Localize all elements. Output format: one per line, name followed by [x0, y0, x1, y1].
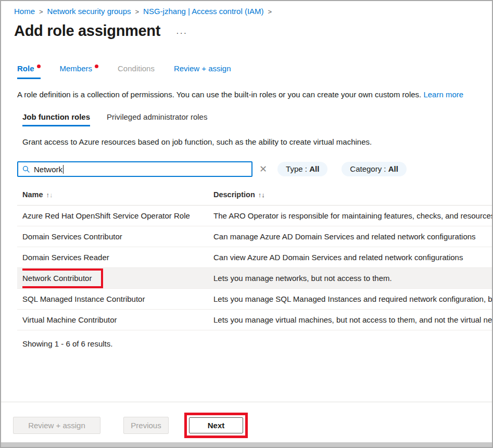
tab-review-assign-label: Review + assign: [174, 64, 231, 73]
tab-privileged-administrator-roles[interactable]: Privileged administrator roles: [107, 112, 207, 126]
role-description: Can manage Azure AD Domain Services and …: [213, 232, 492, 241]
tab-role[interactable]: Role: [17, 64, 41, 79]
table-row-domain-services-reader[interactable]: Domain Services Reader Can view Azure AD…: [17, 247, 492, 268]
learn-more-link[interactable]: Learn more: [423, 90, 463, 99]
tab-job-function-roles[interactable]: Job function roles: [22, 112, 90, 126]
column-header-name[interactable]: Name↑↓: [22, 190, 213, 199]
intro-text: A role definition is a collection of per…: [17, 90, 423, 99]
wizard-tabs: Role Members Conditions Review + assign: [17, 64, 492, 79]
role-definition-intro: A role definition is a collection of per…: [17, 90, 492, 99]
page-title: Add role assignment: [14, 22, 160, 40]
breadcrumb-link-network-security-groups[interactable]: Network security groups: [47, 7, 131, 16]
name-column-label: Name: [22, 190, 43, 199]
text-caret: [63, 165, 64, 174]
filter-type-value: All: [309, 164, 319, 173]
sort-icon: ↑↓: [258, 191, 265, 199]
breadcrumb-separator: >: [135, 8, 140, 16]
table-row-sql-managed-instance-contributor[interactable]: SQL Managed Instance Contributor Lets yo…: [17, 289, 492, 310]
tab-conditions-label: Conditions: [118, 64, 155, 73]
role-name: Azure Red Hat OpenShift Service Operator…: [22, 211, 213, 220]
description-column-label: Description: [213, 190, 255, 199]
required-dot-icon: [37, 65, 41, 68]
tab-review-assign[interactable]: Review + assign: [174, 64, 231, 78]
role-description: Lets you manage networks, but not access…: [213, 274, 492, 283]
breadcrumb-separator: >: [39, 8, 43, 16]
sort-icon: ↑↓: [46, 191, 53, 199]
filter-category-label: Category :: [350, 164, 386, 173]
role-name: SQL Managed Instance Contributor: [22, 295, 213, 303]
role-description: Lets you manage SQL Managed Instances an…: [213, 295, 492, 303]
tab-role-label: Role: [17, 64, 34, 73]
search-input[interactable]: Network: [17, 161, 252, 177]
table-row-azure-red-hat-openshift[interactable]: Azure Red Hat OpenShift Service Operator…: [17, 206, 492, 226]
horizontal-scrollbar[interactable]: [1, 442, 492, 447]
role-name: Network Contributor: [22, 274, 92, 283]
column-header-description[interactable]: Description↑↓: [213, 190, 492, 199]
grant-access-description: Grant access to Azure resources based on…: [22, 137, 492, 146]
filter-category[interactable]: Category : All: [342, 162, 407, 176]
previous-button[interactable]: Previous: [123, 417, 169, 434]
search-value: Network: [34, 165, 62, 174]
red-annotation-box: Next: [184, 413, 248, 438]
breadcrumb-link-nsg-access-control[interactable]: NSG-jzhang | Access control (IAM): [143, 7, 263, 16]
tab-members[interactable]: Members: [60, 64, 99, 78]
results-count: Showing 1 - 6 of 6 results.: [22, 339, 492, 348]
search-icon: [22, 165, 30, 173]
role-name: Virtual Machine Contributor: [22, 315, 213, 324]
role-description: The ARO Operator is responsible for main…: [213, 211, 492, 220]
role-description: Can view Azure AD Domain Services and re…: [213, 253, 492, 262]
role-name: Domain Services Contributor: [22, 232, 213, 241]
next-button[interactable]: Next: [189, 417, 243, 433]
role-type-tabs: Job function roles Privileged administra…: [22, 112, 492, 126]
breadcrumb-link-home[interactable]: Home: [14, 7, 35, 16]
roles-table: Name↑↓ Description↑↓ Azure Red Hat OpenS…: [17, 186, 492, 330]
role-name: Domain Services Reader: [22, 253, 213, 262]
table-row-virtual-machine-contributor[interactable]: Virtual Machine Contributor Lets you man…: [17, 310, 492, 330]
role-description: Lets you manage virtual machines, but no…: [213, 315, 492, 324]
table-row-network-contributor[interactable]: Network Contributor Lets you manage netw…: [17, 268, 492, 289]
tab-members-label: Members: [60, 64, 93, 73]
filter-category-value: All: [388, 164, 398, 173]
required-dot-icon: [95, 65, 98, 68]
clear-search-icon[interactable]: ✕: [259, 164, 267, 174]
tab-conditions[interactable]: Conditions: [118, 64, 155, 78]
breadcrumb: Home>Network security groups>NSG-jzhang …: [14, 7, 492, 16]
filter-type[interactable]: Type : All: [277, 162, 327, 176]
review-assign-button[interactable]: Review + assign: [13, 417, 100, 434]
filter-type-label: Type :: [286, 164, 307, 173]
add-role-assignment-page: Home>Network security groups>NSG-jzhang …: [0, 0, 493, 448]
table-row-domain-services-contributor[interactable]: Domain Services Contributor Can manage A…: [17, 226, 492, 247]
red-annotation-box: Network Contributor: [22, 268, 103, 288]
wizard-footer: Review + assign Previous Next: [1, 402, 492, 442]
more-options-icon[interactable]: ···: [176, 29, 187, 38]
breadcrumb-separator: >: [268, 8, 272, 16]
table-header: Name↑↓ Description↑↓: [17, 186, 492, 206]
